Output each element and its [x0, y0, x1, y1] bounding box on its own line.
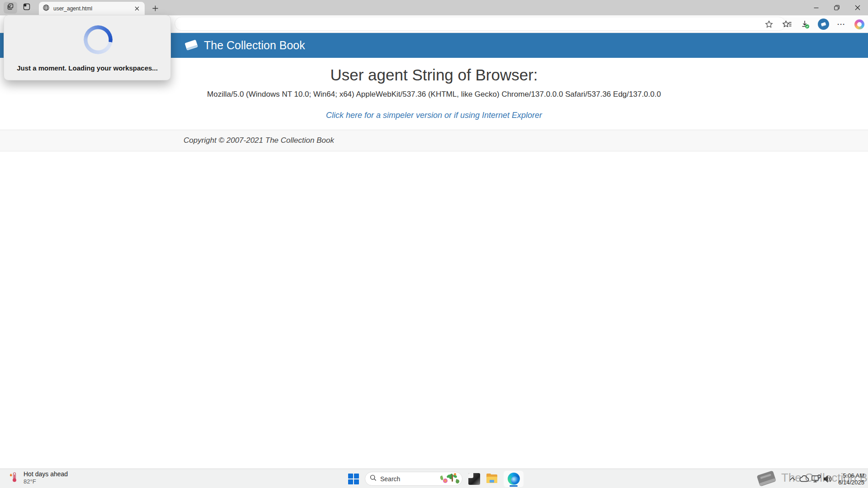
- favorites-list-icon[interactable]: [781, 19, 793, 30]
- edge-app-button[interactable]: [504, 471, 524, 487]
- edge-active-indicator: [509, 485, 518, 487]
- weather-temperature: 82°F: [24, 478, 68, 485]
- edge-icon: [508, 473, 520, 485]
- taskbar: Hot days ahead 82°F Search: [0, 469, 868, 488]
- tab-close-icon[interactable]: [133, 5, 141, 13]
- weather-hot-icon: [7, 471, 19, 485]
- tab-user-agent[interactable]: user_agent.html: [39, 2, 145, 15]
- weather-headline: Hot days ahead: [24, 470, 68, 478]
- copyright-text: Copyright © 2007-2021 The Collection Boo…: [184, 136, 334, 145]
- seasonal-search-art: [440, 473, 459, 485]
- site-logo-book-icon: [183, 37, 199, 54]
- screen: user_agent.html: [0, 0, 868, 488]
- site-footer: Copyright © 2007-2021 The Collection Boo…: [0, 130, 868, 151]
- loading-message: Just a moment. Loading your workspaces..…: [4, 64, 170, 72]
- tab-actions-icon: [23, 3, 31, 13]
- address-bar[interactable]: [175, 17, 786, 31]
- close-window-button[interactable]: [847, 0, 868, 15]
- taskbar-search-box[interactable]: Search: [365, 472, 462, 486]
- browser-tab-bar: user_agent.html: [0, 0, 868, 15]
- user-agent-string: Mozilla/5.0 (Windows NT 10.0; Win64; x64…: [0, 90, 868, 99]
- taskbar-weather-widget[interactable]: Hot days ahead 82°F: [7, 470, 68, 485]
- window-controls: [806, 0, 868, 15]
- new-tab-button[interactable]: [149, 3, 161, 14]
- simpler-version-link[interactable]: Click here for a simpeler version or if …: [0, 111, 868, 120]
- tab-title: user_agent.html: [53, 5, 133, 12]
- watermark-book-icon: [752, 467, 780, 488]
- loading-spinner: [84, 25, 113, 54]
- tab-actions-button[interactable]: [20, 2, 33, 14]
- site-title: The Collection Book: [204, 39, 305, 52]
- copilot-icon[interactable]: [854, 19, 865, 30]
- workspaces-button[interactable]: [4, 2, 17, 14]
- minimize-button[interactable]: [806, 0, 826, 15]
- workspaces-loading-popup: Just a moment. Loading your workspaces..…: [4, 15, 171, 80]
- watermark-text: The Collection Book: [781, 471, 868, 485]
- add-favorite-star-icon[interactable]: [763, 19, 775, 30]
- collection-book-extension-icon[interactable]: [817, 19, 829, 30]
- page-favicon-globe-icon: [42, 4, 50, 13]
- restore-button[interactable]: [826, 0, 847, 15]
- workspaces-icon: [6, 3, 14, 13]
- downloads-complete-icon[interactable]: [799, 19, 811, 30]
- search-placeholder: Search: [380, 475, 440, 483]
- start-button[interactable]: [348, 474, 359, 484]
- pinned-app-dark-square-icon[interactable]: [468, 473, 480, 485]
- search-icon: [370, 474, 377, 483]
- file-explorer-icon[interactable]: [486, 473, 498, 485]
- settings-menu-icon[interactable]: ···: [835, 19, 847, 30]
